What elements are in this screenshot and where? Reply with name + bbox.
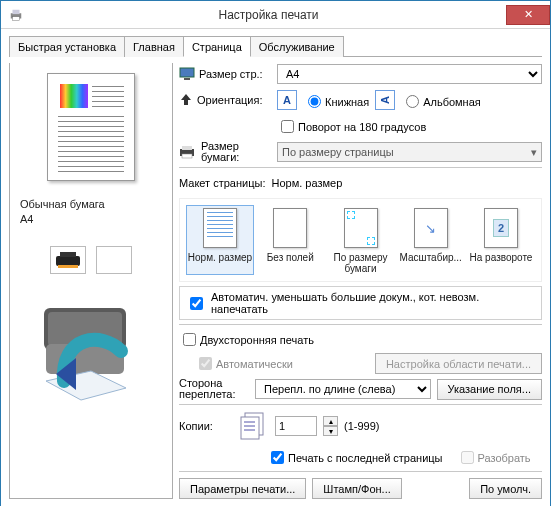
printer-tray-icon [179, 145, 197, 159]
defaults-button[interactable]: По умолч. [469, 478, 542, 499]
layout-opt-fit[interactable]: По размеру бумаги [327, 205, 395, 275]
tab-content: Обычная бумага A4 [1, 57, 550, 499]
dialog-footer: OK Отмена Справка [1, 499, 550, 506]
tab-maintenance[interactable]: Обслуживание [250, 36, 344, 57]
svg-rect-3 [56, 256, 80, 266]
portrait-a-icon: A [277, 90, 297, 110]
orientation-landscape-radio[interactable]: Альбомная [401, 92, 481, 108]
titlebar: Настройка печати ✕ [1, 1, 550, 29]
media-icons [50, 246, 132, 274]
autoshrink-label: Автоматич. уменьшать большие докум., кот… [211, 291, 535, 315]
duplex-checkbox[interactable]: Двухсторонняя печать [179, 330, 314, 349]
margin-button[interactable]: Указание поля... [437, 379, 542, 400]
page-preview [47, 73, 135, 181]
autoshrink-checkbox[interactable] [190, 297, 203, 310]
layout-opt-borderless[interactable]: Без полей [256, 205, 324, 275]
copies-spinner[interactable]: ▴▾ [323, 416, 338, 436]
svg-rect-11 [180, 68, 194, 77]
printer-illustration [26, 296, 156, 406]
tab-bar: Быстрая установка Главная Страница Обслу… [9, 35, 542, 57]
dialog-window: Настройка печати ✕ Быстрая установка Гла… [0, 0, 551, 506]
printer-paper-label: Размербумаги: [179, 141, 271, 163]
media-type: Обычная бумага [20, 197, 105, 212]
svg-rect-2 [13, 16, 20, 20]
printer-small-icon [50, 246, 86, 274]
printer-app-icon [9, 8, 23, 22]
print-from-last-checkbox[interactable]: Печать с последней страницы [267, 448, 443, 467]
page-size-label: Размер стр.: [179, 67, 271, 81]
layout-opt-normal[interactable]: Норм. размер [186, 205, 254, 275]
layout-options: Норм. размер Без полей По размеру бумаги… [179, 198, 542, 282]
svg-rect-14 [182, 146, 192, 150]
copies-range: (1-999) [344, 420, 379, 432]
duplex-auto-checkbox: Автоматически [195, 354, 293, 373]
collate-checkbox: Разобрать [457, 448, 531, 467]
preview-pane: Обычная бумага A4 [9, 63, 173, 499]
print-area-button: Настройка области печати... [375, 353, 542, 374]
monitor-icon [179, 67, 195, 81]
tab-quick-setup[interactable]: Быстрая установка [9, 36, 125, 57]
settings-pane: Размер стр.: A4 Ориентация: A Книжная A … [179, 63, 542, 499]
print-params-button[interactable]: Параметры печати... [179, 478, 306, 499]
svg-rect-15 [182, 154, 192, 158]
orientation-label: Ориентация: [179, 93, 271, 107]
close-button[interactable]: ✕ [506, 5, 550, 25]
layout-opt-spread[interactable]: 2 На развороте [467, 205, 535, 275]
copies-icon [235, 409, 269, 443]
svg-rect-1 [13, 9, 20, 13]
autoshrink-row: Автоматич. уменьшать большие докум., кот… [179, 286, 542, 320]
media-size: A4 [20, 212, 105, 227]
window-title: Настройка печати [31, 8, 506, 22]
printer-paper-select[interactable]: По размеру страницы [277, 142, 542, 162]
landscape-a-icon: A [375, 90, 395, 110]
svg-rect-17 [241, 417, 259, 439]
copies-input[interactable] [275, 416, 317, 436]
orientation-icon [179, 93, 193, 107]
page-size-select[interactable]: A4 [277, 64, 542, 84]
orientation-portrait-radio[interactable]: Книжная [303, 92, 369, 108]
svg-rect-12 [184, 78, 190, 80]
layout-value: Норм. размер [271, 177, 342, 189]
tab-page[interactable]: Страница [183, 36, 251, 57]
binding-label: Сторонапереплета: [179, 378, 249, 400]
blank-page-icon [96, 246, 132, 274]
rotate180-checkbox[interactable]: Поворот на 180 градусов [277, 117, 426, 136]
svg-rect-5 [60, 252, 76, 257]
copies-label: Копии: [179, 420, 229, 432]
binding-select[interactable]: Перепл. по длине (слева) [255, 379, 431, 399]
layout-label: Макет страницы: [179, 177, 265, 189]
svg-rect-4 [58, 265, 78, 268]
tab-main[interactable]: Главная [124, 36, 184, 57]
stamp-bg-button[interactable]: Штамп/Фон... [312, 478, 401, 499]
layout-opt-scale[interactable]: ↘ Масштабир... [397, 205, 465, 275]
media-info: Обычная бумага A4 [20, 197, 105, 228]
